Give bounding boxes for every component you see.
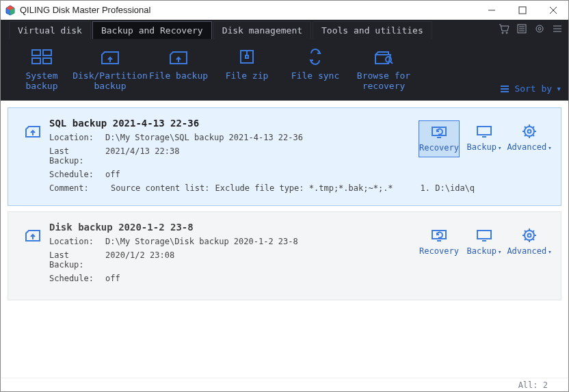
folder-icon: [25, 228, 41, 244]
app-icon: [5, 5, 16, 16]
svg-point-14: [538, 27, 541, 30]
sort-by-label: Sort by: [514, 83, 552, 94]
recovery-label: Recovery: [419, 246, 459, 256]
status-bar: All: 2: [1, 378, 568, 391]
comment-value: Source content list:: [111, 183, 210, 193]
gear-icon[interactable]: [534, 23, 545, 36]
advanced-button[interactable]: Advanced▾: [509, 224, 550, 260]
system-backup-button[interactable]: System backup: [8, 43, 76, 91]
last-backup-value: 2020/1/2 23:08: [105, 250, 174, 270]
recovery-icon: [431, 228, 447, 242]
schedule-value: off: [105, 274, 120, 283]
toolbar-label: Browse for recovery: [349, 70, 418, 91]
toolbar-label: File sync: [291, 70, 339, 81]
last-backup-value: 2021/4/13 22:38: [105, 146, 179, 166]
svg-rect-32: [477, 127, 491, 135]
location-label: Location:: [49, 133, 105, 142]
file-backup-button[interactable]: File backup: [144, 43, 213, 81]
list-icon[interactable]: [516, 23, 527, 36]
cart-icon[interactable]: [499, 23, 510, 36]
chevron-down-icon: ▾: [548, 248, 551, 255]
svg-rect-4: [519, 7, 526, 14]
location-value: D:\My Storage\Disk backup 2020-1-2 23-8: [105, 237, 298, 246]
backup-button[interactable]: Backup▾: [464, 224, 505, 260]
backup-card[interactable]: Disk backup 2020-1-2 23-8 Location:D:\My…: [8, 211, 561, 300]
recovery-icon: [431, 125, 447, 139]
browse-for-recovery-button[interactable]: Browse for recovery: [349, 43, 418, 91]
window-controls: [476, 1, 568, 20]
close-button[interactable]: [538, 1, 568, 20]
svg-line-43: [525, 135, 526, 136]
schedule-label: Schedule:: [49, 170, 105, 179]
toolbar-label: File backup: [149, 70, 208, 81]
disk-partition-backup-button[interactable]: Disk/Partition backup: [76, 43, 144, 91]
backup-list: SQL backup 2021-4-13 22-36 Location:D:\M…: [1, 101, 568, 378]
folder-icon: [25, 125, 41, 140]
window-title: QILING Disk Master Professional: [20, 5, 150, 15]
chevron-down-icon: ▾: [498, 144, 501, 151]
location-value: D:\My Storage\SQL backup 2021-4-13 22-36: [105, 133, 303, 142]
backup-icon: [476, 228, 492, 242]
svg-point-49: [528, 234, 531, 237]
svg-point-35: [528, 130, 531, 133]
tab-virtual-disk[interactable]: Virtual disk: [9, 21, 91, 39]
backup-icon: [476, 125, 492, 138]
tab-disk-management[interactable]: Disk management: [213, 21, 311, 39]
svg-rect-21: [43, 58, 51, 64]
svg-point-34: [525, 127, 534, 136]
comment-value: Exclude file type: *.tmp;*.bak;~*;.*: [215, 183, 393, 193]
title-bar: QILING Disk Master Professional: [1, 1, 568, 20]
schedule-label: Schedule:: [49, 274, 105, 283]
minimize-button[interactable]: [476, 1, 507, 20]
toolbar-label: File zip: [226, 70, 269, 81]
svg-line-42: [533, 127, 534, 128]
location-label: Location:: [49, 237, 105, 246]
comment-label: Comment:: [49, 183, 105, 193]
backup-label: Backup▾: [467, 246, 502, 256]
recovery-label: Recovery: [419, 143, 459, 153]
svg-line-56: [533, 231, 534, 232]
svg-rect-19: [43, 50, 51, 55]
svg-line-26: [391, 62, 393, 64]
tab-tools-utilities[interactable]: Tools and utilities: [313, 21, 432, 39]
toolbar-label: System backup: [8, 70, 76, 91]
comment-value: 1. D:\ida\q: [421, 183, 475, 193]
chevron-down-icon: ▾: [498, 248, 501, 255]
advanced-button[interactable]: Advanced▾: [509, 120, 550, 157]
file-sync-button[interactable]: File sync: [281, 43, 349, 81]
chevron-down-icon: ▾: [548, 144, 551, 151]
advanced-label: Advanced▾: [507, 142, 551, 152]
svg-line-40: [525, 127, 526, 128]
svg-point-13: [536, 25, 543, 32]
gear-icon: [522, 228, 537, 242]
advanced-label: Advanced▾: [507, 246, 551, 256]
svg-point-48: [525, 231, 534, 240]
recovery-button[interactable]: Recovery: [419, 224, 460, 260]
main-tabs: Virtual disk Backup and Recovery Disk ma…: [1, 20, 568, 39]
tab-backup-recovery[interactable]: Backup and Recovery: [92, 21, 212, 39]
last-backup-label: Last Backup:: [49, 146, 105, 166]
last-backup-label: Last Backup:: [49, 250, 105, 270]
svg-rect-46: [477, 231, 491, 239]
file-zip-button[interactable]: File zip: [213, 43, 281, 81]
count-label: All:: [518, 380, 538, 390]
maximize-button[interactable]: [507, 1, 538, 20]
sort-by-dropdown[interactable]: Sort by ▾: [501, 83, 561, 94]
svg-line-54: [525, 231, 526, 232]
svg-rect-20: [32, 58, 40, 64]
backup-card[interactable]: SQL backup 2021-4-13 22-36 Location:D:\M…: [8, 107, 561, 206]
svg-rect-18: [32, 50, 40, 55]
gear-icon: [522, 125, 537, 138]
svg-rect-24: [246, 55, 248, 58]
chevron-down-icon: ▾: [556, 83, 561, 94]
menu-icon[interactable]: [552, 23, 563, 36]
recovery-button[interactable]: Recovery: [419, 120, 460, 157]
svg-point-7: [502, 32, 503, 34]
toolbar-label: Disk/Partition backup: [72, 70, 148, 91]
schedule-value: off: [105, 170, 120, 179]
backup-button[interactable]: Backup▾: [464, 120, 505, 157]
svg-line-41: [533, 135, 534, 136]
count-value: 2: [543, 380, 548, 390]
svg-line-55: [533, 239, 534, 240]
backup-label: Backup▾: [467, 142, 502, 152]
